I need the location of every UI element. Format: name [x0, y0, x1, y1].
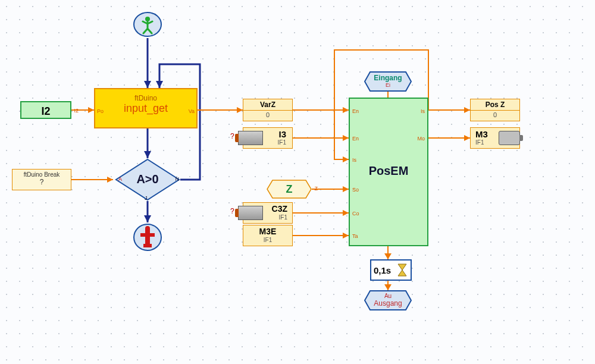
svg-rect-22: [143, 244, 152, 247]
svg-marker-11: [343, 210, 349, 216]
svg-rect-21: [140, 233, 155, 237]
svg-marker-10: [343, 186, 349, 192]
hex-ausgang[interactable]: Au Ausgang: [364, 290, 412, 310]
input-get-port-va: Va: [189, 108, 195, 114]
posem-port-r0: Is: [421, 108, 425, 114]
input-get-port-po: Po: [97, 108, 104, 114]
decision-port-a: A: [118, 176, 122, 182]
hex-eingang[interactable]: Eingang Ei: [364, 71, 412, 92]
block-timer[interactable]: 0,1s: [370, 259, 412, 281]
svg-marker-4: [88, 107, 94, 113]
io-module-icon-2: [238, 206, 263, 220]
posem-port-l3: So: [352, 187, 359, 193]
svg-marker-6: [237, 107, 243, 113]
svg-marker-8: [343, 135, 349, 141]
block-z-hex[interactable]: Z Z: [267, 180, 312, 199]
block-decision[interactable]: A>0 A N J: [115, 158, 180, 200]
eingang-t2: Ei: [364, 82, 412, 88]
io-module-icon: [238, 131, 263, 145]
hourglass-icon: [396, 263, 408, 277]
varz-value: 0: [243, 111, 292, 118]
timer-text: 0,1s: [374, 265, 391, 275]
block-input-get[interactable]: ftDuino input_get Po Va: [94, 88, 198, 128]
i2-port-out: I2: [74, 108, 79, 114]
posem-port-l5: Ta: [352, 233, 358, 239]
svg-marker-14: [464, 135, 470, 141]
posem-title: PosEM: [350, 164, 427, 178]
flowchart-canvas: { "start":{"title":"Start"}, "stop":{"ti…: [0, 0, 595, 364]
posem-port-l0: En: [352, 108, 359, 114]
svg-marker-12: [343, 233, 349, 239]
ftduino-break-line1: ftDuino Break: [12, 170, 71, 178]
svg-marker-5: [107, 177, 113, 183]
stop-icon[interactable]: [133, 222, 162, 252]
decision-port-j: J: [145, 195, 148, 201]
z-port: Z: [315, 186, 318, 192]
svg-marker-15: [384, 253, 392, 259]
posem-port-l4: Co: [352, 211, 359, 216]
block-ftduino-break[interactable]: ftDuino Break ?: [12, 169, 71, 190]
block-posz[interactable]: Pos Z 0: [470, 99, 520, 121]
svg-marker-0: [144, 81, 151, 88]
posem-port-l2: Is: [352, 157, 356, 163]
svg-point-23: [145, 226, 150, 231]
input-get-line1: ftDuino: [95, 89, 196, 102]
posz-header: Pos Z: [471, 99, 519, 111]
input-get-line2: input_get: [95, 102, 196, 115]
i2-label: I2: [21, 102, 70, 119]
block-posem[interactable]: PosEM En En Is So Co Ta Is Mo: [349, 98, 428, 246]
svg-marker-7: [343, 107, 349, 113]
m3e-sub: IF1: [243, 237, 292, 243]
block-m3e[interactable]: M3E IF1: [243, 225, 293, 246]
decision-expr: A>0: [115, 158, 180, 200]
ausgang-t1: Au: [364, 293, 412, 299]
start-icon[interactable]: [133, 11, 162, 38]
decision-port-n: N: [176, 176, 180, 182]
block-i2[interactable]: I2 I2: [20, 101, 71, 119]
svg-marker-1: [144, 151, 151, 158]
svg-marker-2: [144, 215, 151, 222]
varz-header: VarZ: [243, 99, 292, 111]
svg-marker-9: [343, 156, 349, 162]
ftduino-break-line2: ?: [12, 178, 71, 186]
svg-marker-3: [156, 81, 163, 88]
block-varz[interactable]: VarZ 0: [243, 99, 293, 121]
z-label: Z: [267, 183, 312, 196]
motor-icon: [499, 131, 520, 145]
posem-port-l1: En: [352, 136, 359, 142]
ausgang-t2: Ausgang: [364, 299, 412, 307]
svg-marker-16: [384, 284, 392, 290]
posem-port-r1: Mo: [417, 136, 425, 142]
posz-value: 0: [471, 111, 519, 118]
m3e-label: M3E: [243, 225, 292, 237]
eingang-t1: Eingang: [364, 74, 412, 82]
svg-marker-13: [464, 107, 470, 113]
